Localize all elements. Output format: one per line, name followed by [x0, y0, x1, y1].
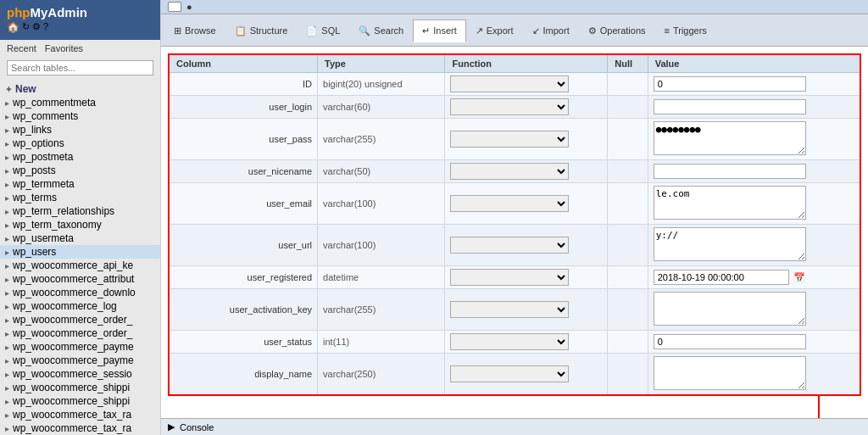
nav-item-users[interactable]: ▸ wp_users [0, 245, 160, 259]
refresh-icon[interactable]: ↻ [22, 21, 30, 33]
tab-import[interactable]: ↙ Import [523, 20, 579, 42]
recent-link[interactable]: Recent [7, 43, 36, 53]
field-function-user-status [445, 331, 608, 354]
nav-item-term-relationships[interactable]: ▸ wp_term_relationships [0, 204, 160, 218]
col-header-function: Function [445, 54, 608, 73]
nav-item-wc-attribut[interactable]: ▸ wp_woocommerce_attribut [0, 272, 160, 286]
sidebar: phpMyAdmin 🏠 ↻ ⚙ ? Recent Favorites ✦ Ne… [0, 0, 161, 435]
tab-insert[interactable]: ↵ Insert [413, 20, 466, 42]
nav-item-wc-shippi1[interactable]: ▸ wp_woocommerce_shippi [0, 381, 160, 394]
nav-item-wc-sessio[interactable]: ▸ wp_woocommerce_sessio [0, 367, 160, 381]
value-input-user-login[interactable] [654, 99, 806, 114]
function-select-user-url[interactable] [450, 237, 569, 254]
field-type-user-email: varchar(100) [318, 183, 445, 225]
nav-label: wp_woocommerce_tax_ra [13, 422, 131, 434]
tab-browse[interactable]: ⊞ Browse [164, 20, 225, 42]
nav-item-wc-tax2[interactable]: ▸ wp_woocommerce_tax_ra [0, 421, 160, 435]
pma-logo: phpMyAdmin [7, 5, 153, 20]
nav-label: wp_woocommerce_payme [13, 341, 134, 353]
arrow-icon: ▸ [5, 315, 9, 325]
value-textarea-user-email[interactable]: le.com [654, 186, 806, 220]
calendar-icon[interactable]: 📅 [793, 272, 805, 282]
nav-label: wp_woocommerce_api_ke [13, 259, 133, 271]
nav-item-usermeta[interactable]: ▸ wp_usermeta [0, 231, 160, 245]
field-name-user-registered: user_registered [169, 266, 318, 289]
function-select-user-registered[interactable] [450, 269, 569, 286]
nav-item-termmeta[interactable]: ▸ wp_termmeta [0, 177, 160, 191]
value-input-user-status[interactable] [654, 334, 806, 349]
field-value-user-nicename [648, 160, 860, 183]
nav-item-comments[interactable]: ▸ wp_comments [0, 109, 160, 123]
nav-item-wc-order2[interactable]: ▸ wp_woocommerce_order_ [0, 326, 160, 340]
field-name-user-url: user_url [169, 225, 318, 266]
field-value-user-registered: 📅 [648, 266, 860, 289]
arrow-icon: ▸ [5, 234, 9, 243]
nav-item-wc-shippi2[interactable]: ▸ wp_woocommerce_shippi [0, 394, 160, 408]
nav-item-wc-order1[interactable]: ▸ wp_woocommerce_order_ [0, 313, 160, 326]
nav-item-wc-payme2[interactable]: ▸ wp_woocommerce_payme [0, 354, 160, 367]
console-bar[interactable]: ▶ Console [161, 418, 868, 435]
nav-item-options[interactable]: ▸ wp_options [0, 137, 160, 150]
arrow-icon: ▸ [5, 98, 9, 108]
export-tab-label: Export [487, 25, 514, 36]
nav-label: wp_commentmeta [13, 97, 96, 109]
nav-item-commentmeta[interactable]: ▸ wp_commentmeta [0, 96, 160, 109]
nav-item-posts[interactable]: ▸ wp_posts [0, 164, 160, 177]
function-select-user-pass[interactable] [450, 131, 569, 148]
arrow-icon: ▸ [5, 180, 9, 189]
tab-operations[interactable]: ⚙ Operations [579, 20, 655, 42]
help-icon[interactable]: ? [43, 21, 48, 33]
settings-icon[interactable]: ⚙ [32, 21, 41, 33]
function-select-id[interactable] [450, 75, 569, 92]
field-function-user-login [445, 96, 608, 119]
value-textarea-user-activation-key[interactable] [654, 292, 806, 326]
value-textarea-display-name[interactable] [654, 356, 806, 390]
function-select-user-email[interactable] [450, 195, 569, 212]
sidebar-search-input[interactable] [7, 60, 153, 75]
nav-label: wp_woocommerce_sessio [13, 368, 132, 380]
nav-label: wp_woocommerce_shippi [13, 395, 130, 407]
nav-label: wp_comments [13, 110, 78, 122]
function-select-display-name[interactable] [450, 365, 569, 382]
arrow-icon: ▸ [5, 329, 9, 338]
nav-item-wc-api-ke[interactable]: ▸ wp_woocommerce_api_ke [0, 259, 160, 272]
tab-structure[interactable]: 📋 Structure [225, 20, 298, 42]
tab-triggers[interactable]: ≡ Triggers [655, 20, 716, 41]
col-header-value: Value [648, 54, 860, 73]
function-select-user-login[interactable] [450, 98, 569, 115]
table-row: display_name varchar(250) [169, 354, 860, 396]
nav-item-term-taxonomy[interactable]: ▸ wp_term_taxonomy [0, 218, 160, 231]
nav-label: wp_woocommerce_order_ [13, 327, 132, 339]
tab-sql[interactable]: 📄 SQL [297, 20, 349, 42]
arrow-icon: ▸ [5, 207, 9, 216]
sidebar-nav: ✦ New ▸ wp_commentmeta ▸ wp_comments ▸ w… [0, 79, 160, 435]
nav-item-postmeta[interactable]: ▸ wp_postmeta [0, 150, 160, 164]
function-select-user-status[interactable] [450, 333, 569, 350]
tab-export[interactable]: ↗ Export [466, 20, 523, 42]
value-textarea-user-pass[interactable]: ●●●●●●●● [654, 121, 806, 155]
table-row: user_registered datetime 📅 [169, 266, 860, 289]
nav-item-wc-tax1[interactable]: ▸ wp_woocommerce_tax_ra [0, 408, 160, 421]
field-null-user-pass [608, 119, 648, 160]
function-select-user-activation-key[interactable] [450, 301, 569, 318]
value-input-user-registered[interactable] [654, 270, 789, 285]
value-input-user-nicename[interactable] [654, 164, 806, 179]
field-value-user-login [648, 96, 860, 119]
nav-item-wc-downlo[interactable]: ▸ wp_woocommerce_downlo [0, 286, 160, 299]
value-input-id[interactable] [654, 76, 806, 92]
field-function-user-pass [445, 119, 608, 160]
function-select-user-nicename[interactable] [450, 163, 569, 180]
nav-item-terms[interactable]: ▸ wp_terms [0, 191, 160, 204]
value-textarea-user-url[interactable]: y:// [654, 227, 806, 261]
nav-item-links[interactable]: ▸ wp_links [0, 123, 160, 137]
nav-label: wp_postmeta [13, 151, 73, 163]
home-icon[interactable]: 🏠 [7, 21, 19, 33]
nav-label: wp_woocommerce_payme [13, 354, 134, 366]
tab-search[interactable]: 🔍 Search [349, 20, 413, 42]
nav-label: wp_users [13, 246, 56, 258]
favorites-link[interactable]: Favorites [45, 43, 83, 53]
nav-item-new[interactable]: ✦ New [0, 82, 160, 96]
field-null-user-email [608, 183, 648, 225]
nav-item-wc-log[interactable]: ▸ wp_woocommerce_log [0, 299, 160, 313]
nav-item-wc-payme1[interactable]: ▸ wp_woocommerce_payme [0, 340, 160, 354]
